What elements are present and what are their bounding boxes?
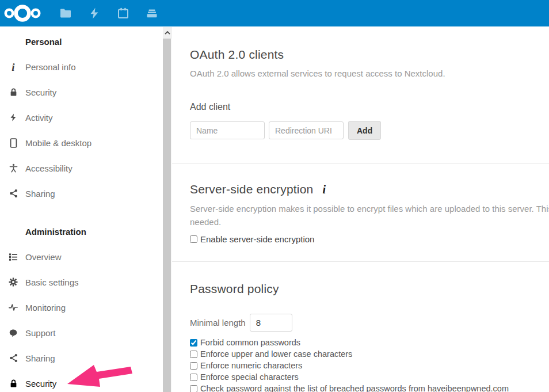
redirection-uri-input[interactable] [269, 121, 344, 139]
accessibility-icon [9, 163, 18, 173]
enforce-special-label: Enforce special characters [200, 372, 299, 382]
scroll-up-button[interactable] [163, 27, 172, 39]
check-hibp-checkbox[interactable] [190, 385, 197, 392]
sidebar-item-accessibility[interactable]: Accessibility [0, 155, 163, 181]
minimal-length-input[interactable] [250, 314, 292, 332]
files-folder-icon[interactable] [51, 0, 80, 26]
sidebar-item-sharing-admin[interactable]: Sharing [0, 345, 163, 371]
minimal-length-label: Minimal length [190, 318, 246, 328]
encryption-title: Server-side encryption [190, 182, 314, 196]
sidebar-item-overview[interactable]: Overview [0, 244, 163, 269]
sidebar-item-basic-settings[interactable]: Basic settings [0, 269, 163, 295]
gear-icon [9, 277, 18, 287]
sidebar-item-personal-info[interactable]: i Personal info [0, 54, 163, 79]
encryption-description-line2: needed. [190, 217, 549, 227]
share-icon [9, 353, 18, 363]
section-header-personal: Personal [0, 29, 163, 54]
add-client-form: Add [190, 121, 549, 140]
phone-icon [9, 138, 18, 148]
oauth-description: OAuth 2.0 allows external services to re… [190, 68, 549, 78]
nextcloud-settings-page: Personal i Personal info Security Activi… [0, 0, 549, 392]
nextcloud-logo-icon [4, 3, 41, 23]
lock-icon [9, 87, 18, 97]
client-name-input[interactable] [190, 121, 265, 139]
app-header [0, 0, 549, 26]
password-policy-section: Password policy Minimal length Forbid co… [172, 262, 549, 392]
pulse-icon [9, 302, 18, 313]
forbid-common-passwords-checkbox[interactable] [190, 339, 197, 347]
encryption-description-line1: Server-side encryption makes it possible… [190, 204, 549, 214]
section-header-administration: Administration [0, 219, 163, 244]
enable-encryption-label: Enable server-side encryption [200, 234, 314, 244]
oauth-title: OAuth 2.0 clients [190, 48, 549, 62]
settings-sidebar: Personal i Personal info Security Activi… [0, 26, 163, 392]
oauth-section: OAuth 2.0 clients OAuth 2.0 allows exter… [172, 26, 549, 163]
lock-icon [9, 378, 18, 389]
activity-bolt-icon[interactable] [80, 0, 109, 26]
add-client-button[interactable]: Add [348, 121, 381, 140]
password-policy-options: Forbid common passwords Enforce upper an… [190, 337, 549, 392]
sidebar-item-security-admin-active[interactable]: Security [0, 371, 163, 392]
security-settings-content: OAuth 2.0 clients OAuth 2.0 allows exter… [172, 26, 549, 392]
encryption-section: Server-side encryption i Server-side enc… [172, 163, 549, 262]
sidebar-item-security-personal[interactable]: Security [0, 79, 163, 105]
forbid-common-passwords-label: Forbid common passwords [200, 338, 300, 347]
chevron-up-icon [165, 31, 170, 35]
enforce-special-checkbox[interactable] [190, 374, 197, 381]
overview-list-icon [9, 252, 18, 262]
add-client-heading: Add client [190, 102, 549, 112]
speech-bubble-icon [9, 328, 18, 338]
password-policy-title: Password policy [190, 282, 549, 296]
bolt-icon [9, 112, 18, 123]
sidebar-item-monitoring[interactable]: Monitoring [0, 295, 163, 320]
scrollbar-thumb[interactable] [163, 39, 171, 392]
info-icon[interactable]: i [323, 183, 326, 196]
enforce-numeric-checkbox[interactable] [190, 362, 197, 370]
app-nav [51, 0, 166, 26]
enable-encryption-checkbox[interactable] [190, 235, 197, 243]
sidebar-item-mobile-desktop[interactable]: Mobile & desktop [0, 130, 163, 155]
sidebar-scrollbar [163, 27, 172, 392]
enforce-numeric-label: Enforce numeric characters [200, 361, 302, 370]
sidebar-item-support[interactable]: Support [0, 320, 163, 345]
deck-stack-icon[interactable] [138, 0, 166, 26]
check-hibp-label: Check password against the list of breac… [200, 384, 509, 392]
enforce-upper-lower-label: Enforce upper and lower case characters [200, 349, 352, 359]
sidebar-item-sharing-personal[interactable]: Sharing [0, 181, 163, 206]
nextcloud-logo[interactable] [0, 0, 45, 26]
enforce-upper-lower-checkbox[interactable] [190, 351, 197, 358]
share-icon [9, 188, 18, 199]
calendar-icon[interactable] [109, 0, 138, 26]
sidebar-item-activity[interactable]: Activity [0, 105, 163, 130]
info-icon: i [9, 62, 18, 72]
